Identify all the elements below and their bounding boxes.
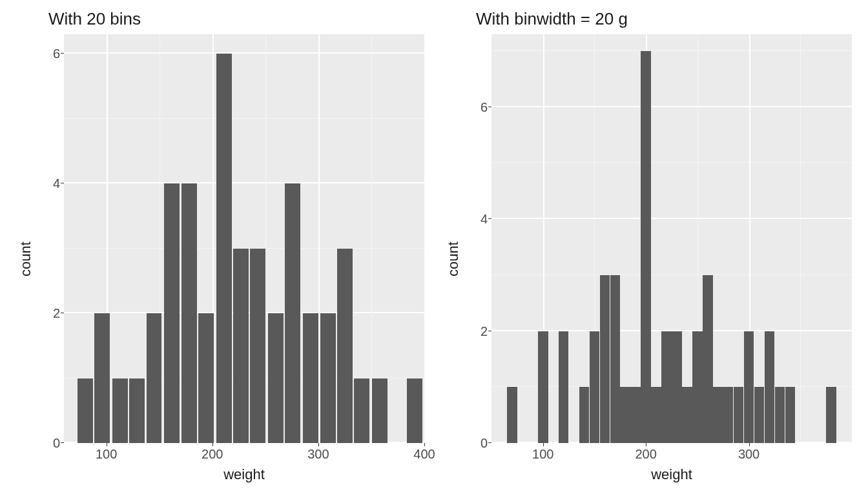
histogram-bar — [507, 387, 517, 443]
histogram-bar — [713, 387, 723, 443]
chart-area: 0246 100200300 weight — [463, 34, 852, 483]
chart-block: count 0246 100200300 weight — [444, 34, 852, 483]
y-axis-title: count — [444, 34, 463, 483]
gridline-h — [64, 52, 424, 54]
x-axis-title: weight — [491, 466, 852, 483]
histogram-bar — [94, 313, 110, 443]
x-tick-label: 100 — [96, 447, 117, 462]
histogram-bar — [320, 313, 336, 443]
chart-block: count 0246 100200300400 weight — [16, 34, 424, 483]
histogram-bar — [78, 378, 93, 443]
gridline-h — [64, 182, 424, 183]
histogram-bar — [703, 275, 713, 443]
histogram-bar — [559, 331, 569, 443]
histogram-bar — [682, 387, 692, 443]
gridline-h — [491, 218, 852, 219]
histogram-bar — [354, 378, 369, 443]
histogram-bar — [765, 331, 775, 443]
histogram-bar — [723, 387, 734, 443]
gridline-h-minor — [64, 118, 424, 119]
y-axis-labels: 0246 — [463, 34, 491, 443]
histogram-bar — [754, 387, 765, 443]
histogram-bar — [268, 313, 284, 443]
histogram-bar — [129, 378, 145, 443]
histogram-bar — [775, 387, 785, 443]
y-axis-title: count — [16, 34, 36, 483]
chart-panel-left: With 20 bins count 0246 100200300400 wei… — [6, 0, 434, 490]
plot-area — [491, 34, 852, 443]
histogram-bar — [198, 313, 214, 443]
x-tick-label: 100 — [532, 447, 553, 462]
histogram-bar — [303, 313, 318, 443]
histogram-bar — [651, 387, 661, 443]
histogram-bar — [641, 51, 651, 443]
y-axis-labels: 0246 — [36, 34, 64, 443]
histogram-bar — [600, 275, 610, 443]
histogram-bar — [112, 378, 128, 443]
histogram-bar — [181, 183, 197, 443]
chart-area: 0246 100200300400 weight — [36, 34, 424, 483]
histogram-bar — [233, 249, 249, 443]
x-tick-label: 300 — [307, 447, 329, 462]
page: With 20 bins count 0246 100200300400 wei… — [0, 0, 868, 496]
x-tick-label: 200 — [635, 447, 656, 462]
histogram-bar — [610, 275, 621, 443]
histogram-bar — [285, 183, 300, 443]
histogram-bar — [692, 331, 703, 443]
y-tick-label: 2 — [53, 306, 60, 321]
y-tick-label: 0 — [480, 436, 488, 451]
x-tick-label: 400 — [413, 447, 435, 462]
histogram-bar — [407, 378, 422, 443]
gridline-h-minor — [491, 274, 852, 275]
histogram-bar — [372, 378, 388, 443]
histogram-bar — [538, 331, 548, 443]
histogram-bar — [620, 387, 630, 443]
plot-row: 0246 — [36, 34, 424, 443]
histogram-bar — [785, 387, 796, 443]
histogram-bar — [661, 331, 672, 443]
plot-row: 0246 — [463, 34, 852, 443]
y-tick-label: 2 — [480, 324, 488, 338]
plot-area — [64, 34, 424, 443]
chart-title: With binwidth = 20 g — [476, 9, 852, 29]
histogram-bar — [630, 387, 641, 443]
x-tick-label: 300 — [738, 447, 760, 462]
chart-panel-right: With binwidth = 20 g count 0246 10020030… — [434, 0, 862, 490]
histogram-bar — [744, 331, 754, 443]
y-tick-label: 4 — [53, 176, 60, 191]
y-tick-label: 6 — [480, 99, 488, 114]
gridline-h — [491, 106, 852, 107]
histogram-bar — [250, 249, 265, 443]
y-tick-label: 0 — [53, 436, 60, 451]
histogram-bar — [590, 331, 600, 443]
y-tick-label: 4 — [480, 212, 488, 227]
histogram-bar — [734, 387, 744, 443]
gridline-v-minor — [800, 34, 801, 443]
histogram-bar — [216, 54, 232, 443]
x-axis-title: weight — [64, 466, 424, 483]
x-tick-label: 200 — [202, 447, 223, 462]
chart-title: With 20 bins — [48, 9, 424, 29]
gridline-h-minor — [491, 162, 852, 163]
histogram-bar — [826, 387, 836, 443]
x-axis-labels: 100200300 — [491, 443, 852, 465]
y-tick-label: 6 — [53, 46, 60, 61]
histogram-bar — [164, 183, 180, 443]
histogram-bar — [337, 249, 353, 443]
histogram-bar — [147, 313, 162, 443]
histogram-bar — [672, 331, 682, 443]
x-axis-labels: 100200300400 — [64, 443, 424, 465]
gridline-h-minor — [491, 50, 852, 51]
histogram-bar — [579, 387, 590, 443]
